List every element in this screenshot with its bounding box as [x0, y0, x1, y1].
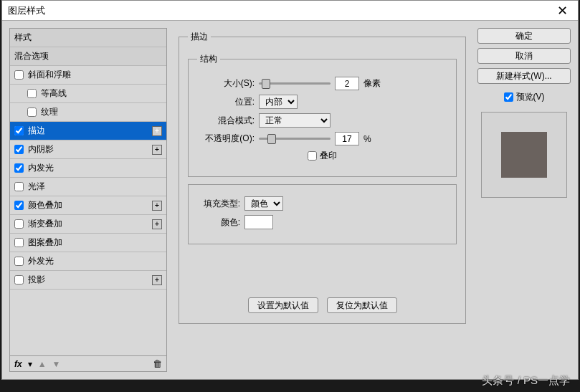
- style-item-label: 渐变叠加: [28, 218, 62, 230]
- style-item-label: 投影: [28, 274, 45, 286]
- styles-header[interactable]: 样式: [10, 29, 166, 47]
- style-item-6[interactable]: 光泽: [10, 178, 166, 196]
- style-item-0[interactable]: 斜面和浮雕: [10, 66, 166, 85]
- style-item-checkbox[interactable]: [14, 126, 24, 135]
- style-item-checkbox[interactable]: [27, 89, 37, 98]
- trash-icon[interactable]: 🗑: [153, 358, 162, 369]
- plus-icon[interactable]: +: [152, 145, 162, 155]
- overprint-checkbox[interactable]: 叠印: [308, 150, 337, 162]
- style-item-checkbox[interactable]: [14, 257, 24, 266]
- preview-checkbox[interactable]: 预览(V): [477, 91, 571, 103]
- style-item-checkbox[interactable]: [14, 201, 24, 210]
- style-item-label: 纹理: [41, 106, 58, 118]
- preview-label: 预览(V): [516, 91, 545, 103]
- style-item-checkbox[interactable]: [27, 107, 37, 117]
- fx-icon[interactable]: fx: [14, 359, 22, 369]
- style-item-10[interactable]: 外发光: [10, 252, 166, 271]
- stroke-legend: 描边: [188, 31, 211, 43]
- style-item-1[interactable]: 等高线: [10, 85, 166, 103]
- plus-icon[interactable]: +: [152, 219, 162, 229]
- move-up-icon[interactable]: ▲: [38, 359, 47, 369]
- new-style-button[interactable]: 新建样式(W)...: [477, 68, 571, 84]
- style-item-8[interactable]: 渐变叠加+: [10, 215, 166, 234]
- style-item-5[interactable]: 内发光: [10, 159, 166, 178]
- window-title: 图层样式: [8, 4, 45, 17]
- preview-box: [481, 112, 567, 198]
- structure-legend: 结构: [197, 53, 220, 65]
- overprint-input[interactable]: [308, 151, 317, 161]
- style-item-checkbox[interactable]: [14, 219, 24, 229]
- opacity-label: 不透明度(O):: [197, 133, 255, 145]
- size-unit: 像素: [363, 77, 381, 90]
- opacity-input[interactable]: [335, 132, 359, 145]
- preview-swatch: [501, 132, 547, 178]
- overprint-label: 叠印: [320, 150, 337, 162]
- style-item-11[interactable]: 投影+: [10, 271, 166, 290]
- cancel-button[interactable]: 取消: [477, 48, 571, 64]
- position-select[interactable]: 内部: [259, 95, 298, 109]
- style-item-checkbox[interactable]: [14, 238, 24, 247]
- structure-group: 结构 大小(S): 像素 位置: 内部 混合模式: 正常: [188, 53, 457, 177]
- size-slider[interactable]: [259, 82, 331, 85]
- color-label: 颜色:: [197, 216, 240, 229]
- style-list: 样式 混合选项 斜面和浮雕等高线纹理描边+内阴影+内发光光泽颜色叠加+渐变叠加+…: [9, 28, 167, 356]
- preview-input[interactable]: [504, 92, 513, 102]
- style-item-label: 光泽: [28, 181, 45, 193]
- style-item-label: 描边: [28, 125, 45, 137]
- plus-icon[interactable]: +: [152, 275, 162, 285]
- settings-panel: 描边 结构 大小(S): 像素 位置: 内部 混合模式:: [173, 28, 472, 372]
- blend-options-label: 混合选项: [14, 50, 49, 62]
- styles-header-label: 样式: [14, 32, 32, 44]
- style-item-checkbox[interactable]: [14, 145, 24, 154]
- close-icon[interactable]: ✕: [553, 3, 572, 19]
- style-item-4[interactable]: 内阴影+: [10, 140, 166, 159]
- color-swatch[interactable]: [244, 215, 273, 229]
- size-input[interactable]: [335, 77, 359, 90]
- style-item-label: 颜色叠加: [28, 199, 62, 211]
- opacity-unit: %: [363, 134, 371, 144]
- style-item-2[interactable]: 纹理: [10, 103, 166, 122]
- fill-group: 填充类型: 颜色 颜色:: [188, 184, 457, 244]
- style-item-label: 图案叠加: [28, 236, 62, 249]
- style-item-checkbox[interactable]: [14, 182, 24, 191]
- style-item-checkbox[interactable]: [14, 275, 24, 285]
- style-item-3[interactable]: 描边+: [10, 122, 166, 140]
- style-item-label: 外发光: [28, 255, 54, 267]
- content-area: 样式 混合选项 斜面和浮雕等高线纹理描边+内阴影+内发光光泽颜色叠加+渐变叠加+…: [2, 21, 578, 379]
- ok-button[interactable]: 确定: [477, 28, 571, 44]
- reset-default-button[interactable]: 复位为默认值: [327, 297, 397, 313]
- opacity-slider[interactable]: [259, 138, 331, 140]
- right-panel: 确定 取消 新建样式(W)... 预览(V): [477, 28, 571, 372]
- style-item-checkbox[interactable]: [14, 70, 24, 80]
- fill-type-label: 填充类型:: [197, 198, 240, 210]
- plus-icon[interactable]: +: [152, 126, 162, 136]
- blend-options-row[interactable]: 混合选项: [10, 47, 166, 66]
- dialog-window: 图层样式 ✕ 样式 混合选项 斜面和浮雕等高线纹理描边+内阴影+内发光光泽颜色叠…: [1, 0, 579, 380]
- style-item-label: 等高线: [41, 87, 67, 100]
- move-down-icon[interactable]: ▼: [52, 359, 61, 369]
- style-item-9[interactable]: 图案叠加: [10, 234, 166, 252]
- style-list-footer: fx ▾ ▲ ▼ 🗑: [9, 356, 167, 372]
- style-item-label: 内阴影: [28, 143, 54, 156]
- left-panel: 样式 混合选项 斜面和浮雕等高线纹理描边+内阴影+内发光光泽颜色叠加+渐变叠加+…: [9, 28, 167, 372]
- set-default-button[interactable]: 设置为默认值: [248, 297, 318, 313]
- dropdown-icon[interactable]: ▾: [28, 359, 32, 369]
- titlebar: 图层样式 ✕: [2, 1, 578, 21]
- blend-mode-label: 混合模式:: [197, 115, 255, 127]
- blend-mode-select[interactable]: 正常: [259, 113, 331, 128]
- style-item-label: 斜面和浮雕: [28, 69, 71, 81]
- style-item-label: 内发光: [28, 162, 54, 174]
- style-item-checkbox[interactable]: [14, 163, 24, 173]
- stroke-group: 描边 结构 大小(S): 像素 位置: 内部 混合模式:: [179, 31, 466, 324]
- plus-icon[interactable]: +: [152, 201, 162, 211]
- fill-type-select[interactable]: 颜色: [244, 196, 283, 211]
- position-label: 位置:: [197, 96, 255, 108]
- size-label: 大小(S):: [197, 77, 255, 90]
- style-item-7[interactable]: 颜色叠加+: [10, 196, 166, 215]
- watermark: 头条号 / PS一点学: [482, 374, 570, 388]
